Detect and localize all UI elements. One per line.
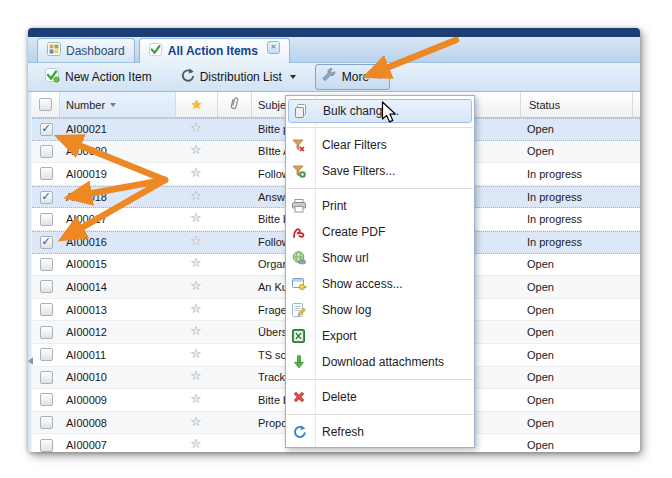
header-number[interactable]: Number [60, 92, 176, 117]
row-checkbox[interactable] [40, 191, 53, 204]
star-icon[interactable] [190, 438, 204, 452]
row-checkbox[interactable] [40, 303, 53, 316]
menu-item-label: Export [322, 329, 357, 343]
log-icon [291, 303, 307, 318]
star-icon[interactable] [190, 144, 204, 158]
menu-item[interactable]: Create PDF [286, 219, 474, 245]
row-number: AI00019 [60, 163, 176, 185]
menu-item[interactable]: Print [286, 193, 474, 219]
row-checkbox[interactable] [40, 371, 53, 384]
star-icon[interactable] [190, 370, 204, 384]
menu-item[interactable]: Save Filters... [286, 158, 474, 184]
row-checkbox[interactable] [40, 123, 53, 136]
row-attachment-cell [218, 141, 252, 163]
star-icon[interactable] [190, 235, 204, 249]
print-icon [291, 199, 307, 214]
menu-item[interactable]: Show url [286, 245, 474, 271]
row-checkbox[interactable] [40, 326, 53, 339]
new-action-item-button[interactable]: New Action Item [38, 64, 159, 90]
row-status: Open [521, 276, 633, 298]
row-number: AI00007 [60, 434, 176, 452]
row-status: Open [521, 141, 633, 163]
row-checkbox[interactable] [40, 258, 53, 271]
menu-item[interactable]: Show log [286, 297, 474, 323]
header-select-all[interactable] [32, 92, 60, 117]
menu-item[interactable]: Show access... [286, 271, 474, 297]
star-icon[interactable] [190, 393, 204, 407]
row-number: AI00021 [60, 119, 176, 140]
row-checkbox[interactable] [40, 213, 53, 226]
row-filler [633, 434, 640, 452]
menu-item[interactable]: Refresh [286, 419, 474, 445]
star-icon[interactable] [190, 212, 204, 226]
header-favorite[interactable]: ★ [176, 92, 218, 117]
header-checkbox[interactable] [39, 98, 52, 111]
row-status: In progress [521, 208, 633, 230]
star-icon[interactable] [190, 348, 204, 362]
menu-item[interactable]: Delete [286, 384, 474, 410]
menu-item-label: Create PDF [322, 225, 385, 239]
row-status: Open [521, 344, 633, 366]
row-favorite-cell [176, 163, 218, 185]
header-attachment[interactable] [218, 92, 252, 117]
row-number: AI00020 [60, 141, 176, 163]
menu-separator [287, 188, 473, 189]
star-icon[interactable] [190, 190, 204, 204]
row-attachment-cell [218, 434, 252, 452]
star-icon[interactable] [190, 257, 204, 271]
star-icon[interactable] [190, 303, 204, 317]
row-checkbox[interactable] [40, 416, 53, 429]
row-checkbox[interactable] [40, 439, 53, 452]
row-attachment-cell [218, 344, 252, 366]
star-icon[interactable] [190, 122, 204, 136]
row-number: AI00009 [60, 389, 176, 411]
row-attachment-cell [218, 208, 252, 230]
row-checkbox[interactable] [40, 167, 53, 180]
header-label: Number [66, 99, 105, 111]
save-filters-icon [291, 164, 307, 179]
menu-item[interactable]: Download attachments [286, 349, 474, 375]
button-label: New Action Item [65, 70, 152, 84]
distribution-list-button[interactable]: Distribution List [173, 64, 303, 90]
row-checkbox[interactable] [40, 393, 53, 406]
menu-item[interactable]: Clear Filters [286, 132, 474, 158]
row-filler [633, 412, 640, 434]
row-filler [633, 299, 640, 321]
star-icon[interactable] [190, 167, 204, 181]
row-favorite-cell [176, 254, 218, 276]
row-favorite-cell [176, 412, 218, 434]
star-icon[interactable] [190, 280, 204, 294]
menu-item-label: Print [322, 199, 347, 213]
screenshot-canvas: Dashboard All Action Items New Action It… [0, 0, 672, 478]
row-select-cell [32, 119, 60, 140]
row-select-cell [32, 434, 60, 452]
row-status: In progress [521, 187, 633, 208]
row-checkbox[interactable] [40, 236, 53, 249]
tab-all-action-items[interactable]: All Action Items [139, 38, 290, 63]
more-button[interactable]: More [315, 64, 390, 90]
row-status: Open [521, 367, 633, 389]
row-checkbox[interactable] [40, 145, 53, 158]
star-icon[interactable] [190, 416, 204, 430]
row-select-cell [32, 321, 60, 343]
menu-item[interactable]: Export [286, 323, 474, 349]
row-checkbox[interactable] [40, 348, 53, 361]
menu-item-label: Show access... [322, 277, 403, 291]
tab-dashboard[interactable]: Dashboard [37, 38, 135, 62]
row-checkbox[interactable] [40, 280, 53, 293]
close-icon[interactable] [267, 41, 280, 54]
header-status[interactable]: Status [521, 92, 633, 117]
row-attachment-cell [218, 254, 252, 276]
row-favorite-cell [176, 276, 218, 298]
panel-collapse-handle[interactable] [28, 357, 33, 365]
menu-item[interactable]: Bulk change... [288, 99, 472, 123]
row-status: Open [521, 119, 633, 140]
row-favorite-cell [176, 321, 218, 343]
row-number: AI00015 [60, 254, 176, 276]
star-icon[interactable] [190, 325, 204, 339]
star-icon: ★ [191, 97, 203, 112]
menu-item-label: Refresh [322, 425, 364, 439]
row-status: In progress [521, 163, 633, 185]
row-favorite-cell [176, 232, 218, 253]
row-select-cell [32, 232, 60, 253]
